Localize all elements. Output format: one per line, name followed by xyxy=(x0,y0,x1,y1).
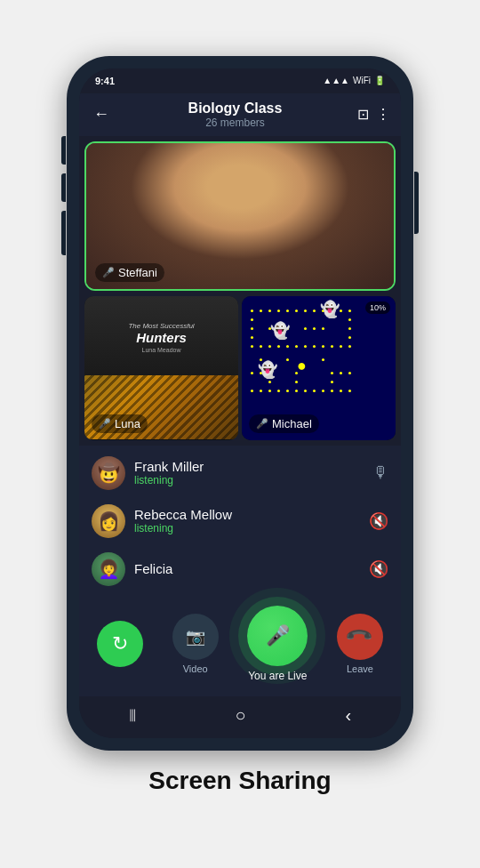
left-tile-name-badge: 🎤 Luna xyxy=(92,414,148,433)
right-tile-mic-icon: 🎤 xyxy=(256,418,268,430)
avatar-felicia: 👩‍🦱 xyxy=(92,552,125,586)
participant-felicia: 👩‍🦱 Felicia 🔇 xyxy=(79,545,401,593)
video-tile-row: The Most Successful Hunters Luna Meadow … xyxy=(84,296,396,440)
back-button[interactable]: ← xyxy=(90,101,113,127)
participant-frank-status: listening xyxy=(134,474,364,486)
nav-back-icon[interactable]: ‹ xyxy=(345,705,351,726)
main-video-tile: 🎤 Steffani xyxy=(84,141,396,291)
signal-icon: ▲▲▲ xyxy=(323,76,349,85)
chat-header: ← Biology Class 26 members ⊡ ⋮ xyxy=(79,93,401,136)
participant-rebecca-name: Rebecca Mellow xyxy=(134,507,360,522)
participants-list: 🤠 Frank Miller listening 🎙 👩 Rebecca Mel… xyxy=(79,446,401,597)
leave-icon: 📞 xyxy=(345,621,376,652)
page-wrapper: 9:41 ▲▲▲ WiFi 🔋 ← Biology Class 26 membe… xyxy=(0,56,480,813)
nav-menu-icon[interactable]: ⦀ xyxy=(129,705,136,726)
video-button[interactable]: 📷 xyxy=(172,614,219,660)
page-title: Screen Sharing xyxy=(148,767,331,795)
participant-rebecca-status: listening xyxy=(134,522,360,534)
participant-rebecca: 👩 Rebecca Mellow listening 🔇 xyxy=(79,497,401,545)
participant-felicia-info: Felicia xyxy=(134,561,360,576)
left-tile-mic-icon: 🎤 xyxy=(99,418,111,430)
screen-share-icon[interactable]: ⊡ xyxy=(357,106,369,123)
nav-home-icon[interactable]: ○ xyxy=(236,705,246,726)
video-label: Video xyxy=(183,663,208,674)
ghost-red: 👻 xyxy=(258,360,277,380)
status-icons: ▲▲▲ WiFi 🔋 xyxy=(323,76,385,85)
right-tile-username: Michael xyxy=(272,417,312,430)
participant-felicia-mic-muted: 🔇 xyxy=(369,559,388,579)
more-options-icon[interactable]: ⋮ xyxy=(376,106,390,123)
book-author: Luna Meadow xyxy=(142,347,181,353)
participant-felicia-name: Felicia xyxy=(134,561,360,576)
left-tile-username: Luna xyxy=(115,417,140,430)
mic-icon: 🎤 xyxy=(266,624,290,647)
avatar-rebecca: 👩 xyxy=(92,504,125,538)
video-control: 📷 Video xyxy=(172,614,219,674)
navigation-bar: ⦀ ○ ‹ xyxy=(79,696,401,738)
ghost-blue: 👻 xyxy=(270,321,290,341)
right-video-tile: 👻 👻 👻 ● 10% 🎤 Michael xyxy=(242,296,396,440)
participant-frank-mic: 🎙 xyxy=(372,463,388,482)
pacman-character: ● xyxy=(297,357,307,375)
side-button-power xyxy=(414,172,419,234)
mic-button[interactable]: 🎤 xyxy=(247,606,308,666)
ghost-green: 👻 xyxy=(320,300,340,319)
leave-label: Leave xyxy=(347,663,373,674)
call-controls: ↻ 📷 Video 🎤 You are Live xyxy=(79,597,401,696)
main-video-username: Steffani xyxy=(118,266,157,279)
participant-rebecca-mic-muted: 🔇 xyxy=(369,511,388,531)
refresh-button[interactable]: ↻ xyxy=(97,621,143,667)
phone-screen: 9:41 ▲▲▲ WiFi 🔋 ← Biology Class 26 membe… xyxy=(79,68,401,738)
side-button-vol-down xyxy=(61,173,66,202)
book-subtitle: The Most Successful xyxy=(128,322,194,330)
wifi-icon: WiFi xyxy=(353,76,371,85)
live-label: You are Live xyxy=(248,670,307,682)
main-video-mic-icon: 🎤 xyxy=(102,267,115,278)
refresh-icon: ↻ xyxy=(112,632,128,655)
header-actions: ⊡ ⋮ xyxy=(357,106,390,123)
participant-frank-info: Frank Miller listening xyxy=(134,459,364,486)
participant-frank: 🤠 Frank Miller listening 🎙 xyxy=(79,449,401,497)
mic-control: 🎤 You are Live xyxy=(247,606,308,682)
side-button-vol-up xyxy=(61,136,66,165)
book-title: Hunters xyxy=(136,330,187,345)
member-count: 26 members xyxy=(120,117,350,129)
status-time: 9:41 xyxy=(95,76,115,86)
side-button-left3 xyxy=(61,211,66,255)
phone-frame: 9:41 ▲▲▲ WiFi 🔋 ← Biology Class 26 membe… xyxy=(67,56,413,751)
participant-frank-name: Frank Miller xyxy=(134,459,364,474)
status-bar: 9:41 ▲▲▲ WiFi 🔋 xyxy=(79,68,401,93)
left-video-tile: The Most Successful Hunters Luna Meadow … xyxy=(84,296,238,440)
right-tile-name-badge: 🎤 Michael xyxy=(249,414,319,433)
book-cover: The Most Successful Hunters Luna Meadow xyxy=(84,296,238,375)
leave-control: 📞 Leave xyxy=(337,614,383,674)
header-title-block: Biology Class 26 members xyxy=(120,100,350,129)
video-icon: 📷 xyxy=(186,627,205,647)
main-video-name-badge: 🎤 Steffani xyxy=(95,263,164,282)
battery-icon: 🔋 xyxy=(374,76,385,85)
avatar-frank: 🤠 xyxy=(92,456,125,490)
chat-title: Biology Class xyxy=(120,100,350,117)
leave-button[interactable]: 📞 xyxy=(337,614,383,660)
volume-badge: 10% xyxy=(365,301,390,314)
participant-rebecca-info: Rebecca Mellow listening xyxy=(134,507,360,534)
refresh-control: ↻ xyxy=(97,621,143,667)
